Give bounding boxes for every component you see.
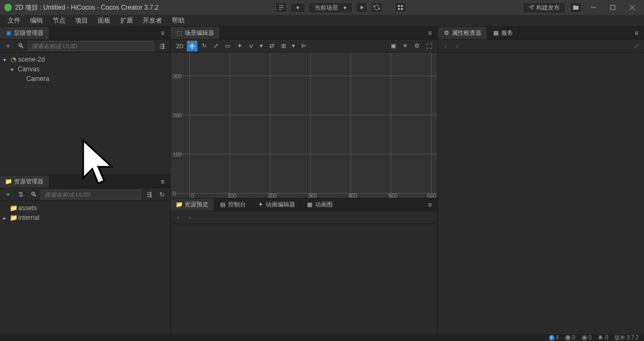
nav-forward-icon[interactable]: › xyxy=(186,213,194,222)
scene-view[interactable]: 0 100 200 300 0 100 200 300 400 500 600 xyxy=(171,53,437,198)
search-icon: 🔍︎ xyxy=(29,190,39,199)
hierarchy-filter-icon[interactable]: ⇶ xyxy=(157,41,167,51)
transform-tool[interactable]: ✦ xyxy=(234,41,245,51)
assets-search-input[interactable] xyxy=(41,190,141,199)
menu-node[interactable]: 节点 xyxy=(48,15,70,26)
scene-toolbar: 2D ↻ ⤢ ▭ ✦ ⊍ ▾ ⇄ ⊞ ▾ ⊫ ▣ ☀ ⚙ ⛶ xyxy=(171,40,437,53)
light-icon[interactable]: ☀ xyxy=(400,41,411,51)
folder-icon: 📁 xyxy=(10,205,17,211)
chevron-right-icon[interactable]: ▸ xyxy=(3,215,9,221)
folder-button[interactable] xyxy=(570,2,582,13)
menu-file[interactable]: 文件 xyxy=(3,15,25,26)
chevron-down-icon[interactable]: ▾ xyxy=(11,66,16,72)
menu-developer[interactable]: 开发者 xyxy=(138,15,166,26)
menu-bar: 文件 编辑 节点 项目 面板 扩展 开发者 帮助 xyxy=(0,15,644,27)
minimize-button[interactable] xyxy=(586,2,601,13)
app-icon xyxy=(4,4,12,11)
preview-tab[interactable]: 📁资源预览 xyxy=(171,198,214,211)
close-button[interactable] xyxy=(625,2,640,13)
status-notif[interactable]: 🔔︎0 xyxy=(598,335,608,340)
hierarchy-tab[interactable]: ▣ 层级管理器 xyxy=(0,27,49,39)
axis-label: 100 xyxy=(173,152,182,158)
add-asset-button[interactable]: + xyxy=(3,190,13,199)
menu-project[interactable]: 项目 xyxy=(71,15,92,26)
fullscreen-icon[interactable]: ⛶ xyxy=(423,41,434,51)
tree-node-canvas[interactable]: ▾ Canvas xyxy=(0,64,170,74)
assets-tab[interactable]: 📁 资源管理器 xyxy=(0,175,49,188)
build-button[interactable]: 构建发布 xyxy=(523,2,566,13)
2d-3d-toggle[interactable]: 2D xyxy=(174,41,186,51)
inspector-body xyxy=(438,53,644,334)
assets-menu-icon[interactable]: ≡ xyxy=(157,176,168,187)
tree-node-camera[interactable]: Camera xyxy=(0,74,170,84)
folder-icon: 📁 xyxy=(176,202,182,208)
folder-icon: 📁 xyxy=(10,214,17,221)
tree-node-internal-folder[interactable]: ▸ 📁 internal xyxy=(0,213,170,223)
play-button[interactable] xyxy=(356,2,368,13)
bottom-panel: 📁资源预览 ▤控制台 ✦动画编辑器 ▦动画图 ≡ ‹ › xyxy=(171,198,437,334)
inspector-menu-icon[interactable]: ≡ xyxy=(631,28,642,39)
local-tool[interactable]: ⇄ xyxy=(266,41,277,51)
axis-label: 400 xyxy=(348,193,357,198)
tree-node-label: internal xyxy=(18,214,39,221)
gear-icon[interactable]: ⚙ xyxy=(412,41,422,51)
nav-back-icon[interactable]: ‹ xyxy=(174,213,182,222)
sort-button[interactable]: ⇅ xyxy=(16,190,26,199)
maximize-button[interactable] xyxy=(605,2,620,13)
nav-forward-icon[interactable]: › xyxy=(453,42,462,50)
inspector-panel: ⚙属性检查器 ▦服务 ≡ ‹ › ⤢ xyxy=(438,27,644,334)
align-tool[interactable]: ⊫ xyxy=(298,41,309,51)
hierarchy-search-input[interactable] xyxy=(28,41,154,51)
axis-label: 500 xyxy=(389,193,398,198)
camera-icon[interactable]: ▣ xyxy=(388,41,399,51)
add-node-button[interactable]: + xyxy=(3,41,13,51)
assets-tree[interactable]: 📁 assets ▸ 📁 internal xyxy=(0,201,170,334)
assets-filter-icon[interactable]: ⇶ xyxy=(144,190,154,199)
menu-help[interactable]: 帮助 xyxy=(167,15,189,26)
menu-edit[interactable]: 编辑 xyxy=(26,15,47,26)
chevron-down-icon[interactable]: ▾ xyxy=(3,57,9,63)
rotate-tool[interactable]: ↻ xyxy=(199,41,209,51)
animation-graph-tab[interactable]: ▦动画图 xyxy=(301,198,339,211)
console-tab[interactable]: ▤控制台 xyxy=(214,198,252,211)
status-warn[interactable]: !0 xyxy=(565,335,575,340)
scene-menu-icon[interactable]: ≡ xyxy=(425,28,435,39)
anchor-dropdown[interactable]: ▾ xyxy=(258,41,265,51)
dropdown-arrow[interactable]: ▾ xyxy=(290,3,305,13)
status-info[interactable]: i4 xyxy=(549,335,559,340)
clear-button[interactable] xyxy=(275,2,287,13)
svg-rect-3 xyxy=(401,8,403,10)
tree-node-label: scene-2d xyxy=(18,56,45,63)
assets-refresh-icon[interactable]: ↻ xyxy=(157,190,167,199)
tree-node-scene[interactable]: ▾ ◔ scene-2d xyxy=(0,55,170,64)
axis-label: 200 xyxy=(268,193,277,198)
scale-tool[interactable]: ⤢ xyxy=(210,41,221,51)
tree-node-label: assets xyxy=(18,204,37,212)
move-tool[interactable] xyxy=(187,41,197,51)
svg-rect-0 xyxy=(398,5,400,8)
services-tab[interactable]: ▦服务 xyxy=(487,27,519,39)
status-error[interactable]: ×0 xyxy=(582,335,592,340)
qr-button[interactable] xyxy=(394,2,406,13)
scene-dropdown[interactable]: 当前场景▾ xyxy=(309,2,353,13)
snap-tool[interactable]: ⊞ xyxy=(278,41,289,51)
animation-editor-tab[interactable]: ✦动画编辑器 xyxy=(252,198,301,211)
axis-label: 100 xyxy=(228,193,237,198)
assets-panel: 📁 资源管理器 ≡ + ⇅ 🔍︎ ⇶ ↻ 📁 assets xyxy=(0,175,170,334)
rect-tool[interactable]: ▭ xyxy=(222,41,233,51)
anchor-tool[interactable]: ⊍ xyxy=(246,41,257,51)
bottom-menu-icon[interactable]: ≡ xyxy=(425,199,435,210)
scene-editor-tab[interactable]: ⬚ 场景编辑器 xyxy=(171,27,220,39)
menu-extension[interactable]: 扩展 xyxy=(116,15,137,26)
menu-panel[interactable]: 面板 xyxy=(93,15,115,26)
tree-node-assets-folder[interactable]: 📁 assets xyxy=(0,203,170,213)
hierarchy-tree[interactable]: ▾ ◔ scene-2d ▾ Canvas Camera xyxy=(0,53,170,175)
inspector-tab[interactable]: ⚙属性检查器 xyxy=(438,27,487,39)
warn-icon: ! xyxy=(565,335,570,340)
expand-icon[interactable]: ⤢ xyxy=(632,42,641,50)
hierarchy-menu-icon[interactable]: ≡ xyxy=(157,28,168,39)
nav-back-icon[interactable]: ‹ xyxy=(441,42,450,50)
scene-grid: 0 100 200 300 0 100 200 300 400 500 600 xyxy=(171,53,437,198)
snap-dropdown[interactable]: ▾ xyxy=(290,41,297,51)
refresh-button[interactable] xyxy=(371,2,383,13)
